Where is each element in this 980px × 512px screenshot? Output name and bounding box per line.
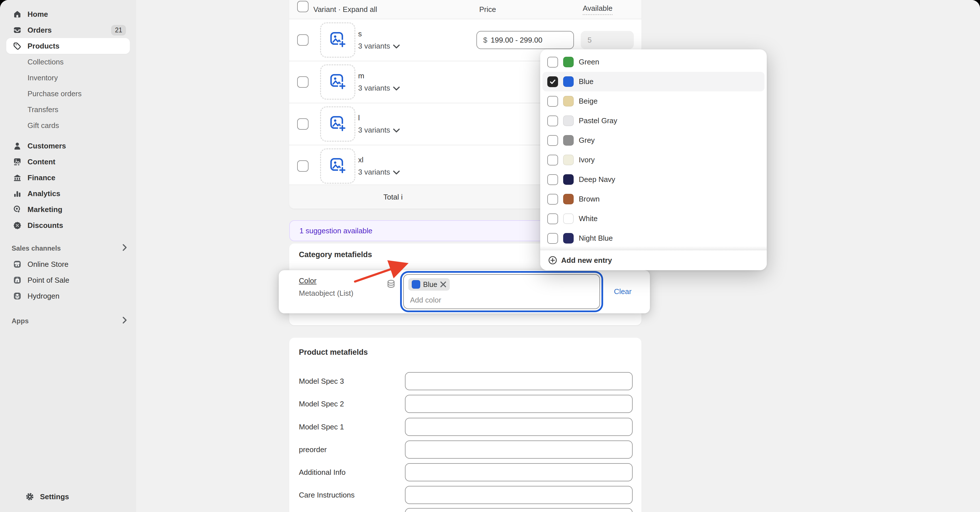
variant-name: m	[358, 72, 400, 80]
sidebar-section-apps[interactable]: Apps	[6, 313, 130, 329]
add-color-placeholder: Add color	[410, 296, 441, 305]
metafield-input-care-instructions[interactable]	[405, 486, 633, 504]
add-image-placeholder[interactable]	[320, 107, 355, 142]
sidebar-item-marketing[interactable]: Marketing	[6, 201, 130, 217]
metafield-input-additional-info[interactable]	[405, 463, 633, 481]
sidebar-item-online-store[interactable]: Online Store	[6, 256, 130, 272]
color-option-white[interactable]: White	[542, 209, 765, 228]
option-checkbox[interactable]	[547, 194, 558, 205]
row-checkbox[interactable]	[297, 77, 309, 88]
metafield-input-model-spec-3[interactable]	[405, 372, 633, 390]
sidebar-item-gift-cards[interactable]: Gift cards	[6, 118, 130, 133]
sidebar-item-finance[interactable]: Finance	[6, 170, 130, 186]
color-option-label: Deep Navy	[579, 175, 615, 184]
variant-count-toggle[interactable]: 3 variants	[358, 126, 400, 134]
variant-name-block: s3 variants	[358, 30, 400, 51]
price-input[interactable]: $199.00 - 299.00	[476, 31, 574, 49]
color-option-green[interactable]: Green	[542, 52, 765, 72]
option-checkbox[interactable]	[547, 155, 558, 166]
option-checkbox[interactable]	[547, 233, 558, 244]
color-field-label[interactable]: Color	[299, 276, 317, 285]
variant-table-header: Variant · Expand all Price Available	[289, 0, 641, 19]
sidebar-item-label: Home	[27, 10, 48, 19]
option-checkbox[interactable]	[547, 96, 558, 107]
option-checkbox[interactable]	[547, 77, 558, 87]
available-value: 5	[587, 36, 592, 45]
clear-button[interactable]: Clear	[614, 287, 632, 296]
row-checkbox[interactable]	[297, 118, 309, 130]
option-checkbox[interactable]	[547, 57, 558, 67]
color-tag-input[interactable]: Blue Add color	[403, 274, 600, 309]
color-option-night-blue[interactable]: Night Blue	[542, 228, 765, 248]
color-swatch	[563, 135, 574, 145]
variant-name: xl	[358, 156, 400, 164]
variant-count-toggle[interactable]: 3 variants	[358, 42, 400, 51]
chevron-down-icon	[393, 84, 400, 93]
sidebar-item-home[interactable]: Home	[6, 6, 130, 22]
sidebar-item-label: Online Store	[27, 260, 68, 269]
color-option-label: Green	[579, 57, 599, 66]
available-column-header[interactable]: Available	[583, 4, 612, 15]
sidebar-item-orders[interactable]: Orders21	[6, 22, 130, 38]
color-option-pastel-gray[interactable]: Pastel Gray	[542, 111, 765, 131]
sidebar-item-products[interactable]: Products	[6, 38, 130, 54]
sidebar-item-settings[interactable]: Settings	[6, 489, 130, 505]
variant-name-block: xl3 variants	[358, 156, 400, 177]
variant-count-toggle[interactable]: 3 variants	[358, 84, 400, 93]
sidebar-item-transfers[interactable]: Transfers	[6, 102, 130, 118]
sidebar-subitem-label: Inventory	[27, 73, 58, 82]
metafield-input-partial[interactable]	[405, 508, 633, 512]
color-option-deep-navy[interactable]: Deep Navy	[542, 170, 765, 189]
main-content: Variant · Expand all Price Available s3 …	[136, 0, 980, 512]
color-option-brown[interactable]: Brown	[542, 189, 765, 209]
sidebar-section-sales-channels[interactable]: Sales channels	[6, 240, 130, 256]
remove-tag-icon[interactable]	[440, 281, 446, 287]
sidebar-item-collections[interactable]: Collections	[6, 54, 130, 70]
total-inventory-label: Total i	[383, 192, 402, 201]
available-input[interactable]: 5	[581, 31, 634, 49]
option-checkbox[interactable]	[547, 135, 558, 146]
sidebar-subitem-label: Transfers	[27, 105, 59, 114]
sidebar-subitem-label: Collections	[27, 57, 64, 66]
variant-name: s	[358, 30, 400, 38]
selected-color-tag: Blue	[408, 278, 450, 290]
color-option-grey[interactable]: Grey	[542, 131, 765, 150]
row-checkbox[interactable]	[297, 160, 309, 172]
color-option-beige[interactable]: Beige	[542, 91, 765, 111]
sidebar-item-analytics[interactable]: Analytics	[6, 186, 130, 201]
color-swatch	[563, 155, 574, 165]
color-option-label: Ivory	[579, 156, 595, 164]
select-all-checkbox[interactable]	[297, 1, 309, 12]
option-checkbox[interactable]	[547, 214, 558, 224]
color-option-label: Beige	[579, 97, 598, 105]
metafield-input-preorder[interactable]	[405, 440, 633, 459]
color-option-ivory[interactable]: Ivory	[542, 150, 765, 170]
sidebar-item-point-of-sale[interactable]: Point of Sale	[6, 272, 130, 288]
variant-name-block: m3 variants	[358, 72, 400, 93]
option-checkbox[interactable]	[547, 115, 558, 126]
add-image-placeholder[interactable]	[320, 148, 355, 183]
sidebar-item-customers[interactable]: Customers	[6, 138, 130, 154]
image-add-icon	[329, 157, 346, 175]
price-column-header: Price	[479, 5, 496, 14]
variant-column-header[interactable]: Variant · Expand all	[313, 5, 377, 14]
variant-count-toggle[interactable]: 3 variants	[358, 168, 400, 177]
add-new-entry-button[interactable]: Add new entry	[540, 250, 767, 270]
add-image-placeholder[interactable]	[320, 22, 355, 57]
option-checkbox[interactable]	[547, 174, 558, 185]
variant-name: l	[358, 113, 400, 122]
metafield-label-model-spec-2: Model Spec 2	[299, 400, 344, 408]
sidebar-item-content[interactable]: Content	[6, 154, 130, 170]
chevron-down-icon	[393, 168, 400, 177]
sidebar-item-inventory[interactable]: Inventory	[6, 70, 130, 86]
chevron-down-icon	[393, 126, 400, 134]
metafield-input-model-spec-1[interactable]	[405, 418, 633, 436]
metafield-input-model-spec-2[interactable]	[405, 395, 633, 413]
sidebar-item-label: Customers	[27, 142, 66, 150]
color-option-blue[interactable]: Blue	[542, 72, 765, 91]
add-image-placeholder[interactable]	[320, 64, 355, 100]
row-checkbox[interactable]	[297, 34, 309, 46]
sidebar-item-hydrogen[interactable]: Hydrogen	[6, 288, 130, 304]
sidebar-item-purchase-orders[interactable]: Purchase orders	[6, 86, 130, 102]
sidebar-item-discounts[interactable]: Discounts	[6, 217, 130, 233]
